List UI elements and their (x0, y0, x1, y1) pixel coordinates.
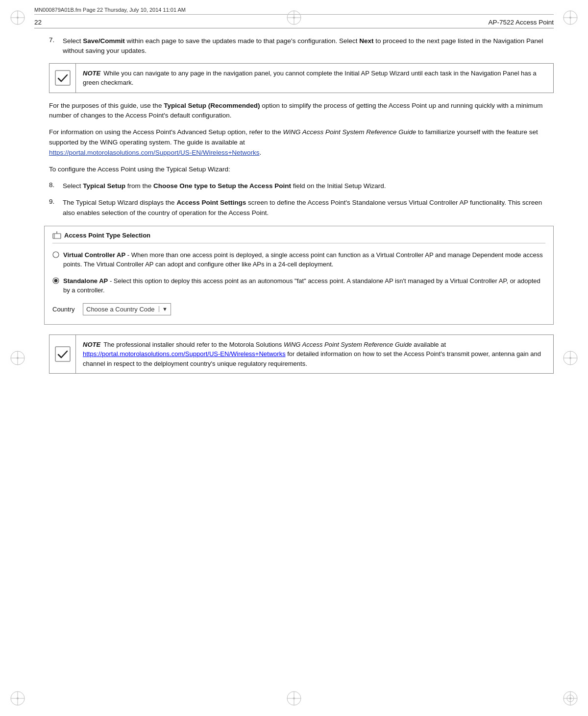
step-9-number: 9. (49, 198, 63, 218)
ap-type-title: Access Point Type Selection (52, 231, 545, 243)
note-2-label: NOTE (83, 341, 100, 348)
country-label: Country (52, 306, 78, 313)
note-2-content: NOTEThe professional installer should re… (76, 335, 553, 374)
para-1: For the purposes of this guide, use the … (49, 101, 554, 121)
radio-standalone-text: Standalone AP - Select this option to de… (63, 276, 545, 295)
corner-decoration-br (562, 690, 579, 707)
radio-virtual-controller-desc: - When more than one access point is dep… (63, 251, 543, 268)
para-2: For information on using the Access Poin… (49, 127, 554, 158)
step-8-bold1: Typical Setup (83, 182, 125, 190)
para-1-bold: Typical Setup (Recommended) (164, 102, 260, 109)
note-2-box: NOTEThe professional installer should re… (49, 334, 554, 374)
corner-decoration-tl (9, 9, 26, 26)
note-1-text: While you can navigate to any page in th… (83, 70, 537, 87)
radio-standalone: Standalone AP - Select this option to de… (52, 276, 545, 295)
step-7-bold1: Save/Commit (83, 37, 125, 45)
step-9-bold1: Access Point Settings (176, 199, 246, 206)
country-select-dropdown[interactable]: Choose a Country Code ▼ (83, 303, 171, 315)
svg-point-24 (293, 697, 295, 699)
svg-point-38 (53, 252, 59, 258)
radio-virtual-controller: Virtual Controller AP - When more than o… (52, 250, 545, 269)
ap-type-icon (52, 231, 61, 240)
svg-point-20 (293, 17, 295, 19)
main-content: 7. Select Save/Commit within each page t… (34, 36, 554, 374)
step-7-text: Select Save/Commit within each page to s… (63, 36, 554, 56)
corner-decoration-tm (285, 9, 303, 26)
svg-rect-33 (55, 71, 70, 85)
page-number: 22 (34, 19, 42, 26)
corner-decoration-rm (562, 349, 579, 367)
note-2-check-icon (49, 335, 76, 374)
para-3: To configure the Access Point using the … (49, 165, 554, 175)
step-7: 7. Select Save/Commit within each page t… (49, 36, 554, 56)
radio-standalone-label: Standalone AP (63, 277, 108, 285)
dropdown-arrow-icon: ▼ (159, 306, 168, 312)
note-1-box: NOTEWhile you can navigate to any page i… (49, 63, 554, 93)
svg-rect-41 (55, 347, 70, 361)
radio-virtual-controller-text: Virtual Controller AP - When more than o… (63, 250, 545, 269)
ap-type-selection-box: Access Point Type Selection Virtual Cont… (44, 226, 554, 325)
step-8-text: Select Typical Setup from the Choose One… (63, 181, 386, 191)
ap-type-title-label: Access Point Type Selection (64, 232, 150, 239)
svg-point-28 (17, 357, 19, 359)
svg-point-32 (569, 357, 571, 359)
note-2-italic: WiNG Access Point System Reference Guide (284, 341, 412, 348)
corner-decoration-lm (9, 349, 26, 367)
step-8-number: 8. (49, 181, 63, 191)
note-2-link[interactable]: https://portal.motorolasolutions.com/Sup… (83, 350, 286, 358)
step-8: 8. Select Typical Setup from the Choose … (49, 181, 554, 191)
file-info: MN000879A01B.fm Page 22 Thursday, July 1… (34, 7, 186, 13)
country-select-text: Choose a Country Code (86, 306, 157, 313)
page-title: AP-7522 Access Point (488, 19, 554, 26)
note-1-label: NOTE (83, 70, 100, 77)
svg-point-40 (54, 279, 58, 282)
svg-rect-34 (53, 234, 61, 239)
svg-point-15 (569, 697, 571, 699)
svg-point-3 (17, 17, 19, 19)
note-1-content: NOTEWhile you can navigate to any page i… (76, 64, 553, 93)
para-2-link[interactable]: https://portal.motorolasolutions.com/Sup… (49, 149, 260, 156)
step-7-number: 7. (49, 36, 63, 56)
note-1-check-icon (49, 64, 76, 93)
page-content: MN000879A01B.fm Page 22 Thursday, July 1… (34, 0, 554, 374)
radio-standalone-icon (52, 277, 59, 287)
radio-virtual-controller-label: Virtual Controller AP (63, 251, 125, 259)
step-9-text: The Typical Setup Wizard displays the Ac… (63, 198, 554, 218)
svg-point-37 (56, 231, 57, 232)
para-2-italic: WiNG Access Point System Reference Guide (283, 128, 416, 136)
svg-point-11 (17, 697, 19, 699)
step-8-bold2: Choose One type to Setup the Access Poin… (153, 182, 291, 190)
svg-point-7 (569, 17, 571, 19)
radio-standalone-desc: - Select this option to deploy this acce… (63, 277, 540, 294)
step-7-bold2: Next (359, 37, 373, 45)
step-9: 9. The Typical Setup Wizard displays the… (49, 198, 554, 218)
corner-decoration-bm (285, 690, 303, 707)
radio-virtual-controller-icon (52, 251, 59, 261)
country-row: Country Choose a Country Code ▼ (52, 303, 545, 315)
corner-decoration-bl (9, 690, 26, 707)
corner-decoration-tr (562, 9, 579, 26)
